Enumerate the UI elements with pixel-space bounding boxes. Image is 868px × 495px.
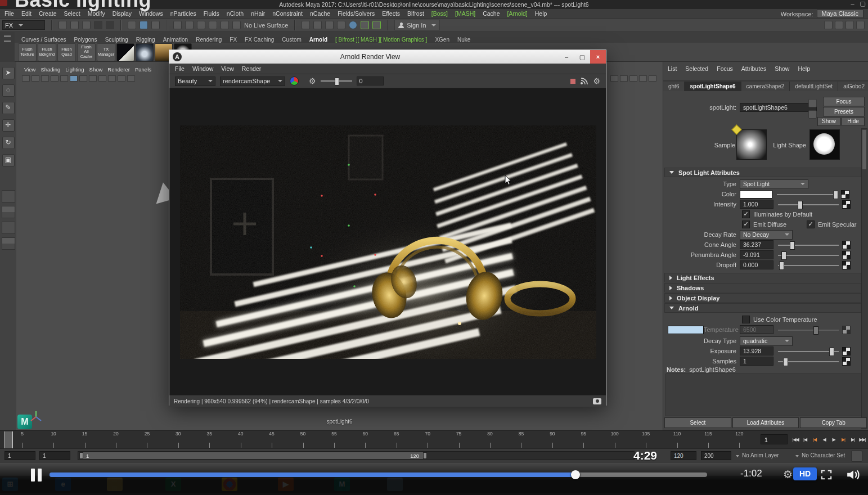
spot-light-attributes-section[interactable]: Spot Light Attributes (664, 168, 861, 177)
exposure-field[interactable]: 13.928 (740, 346, 773, 356)
persp-outliner-layout-icon[interactable] (2, 222, 15, 234)
ae-menu-item[interactable]: Focus (717, 65, 733, 72)
playback-button[interactable]: ▶ (829, 433, 838, 446)
shelf-tab[interactable]: Curves / Surfaces (21, 37, 66, 43)
menu-set-dropdown[interactable]: FX (2, 20, 45, 30)
shelf-tab[interactable]: Sculpting (105, 37, 128, 43)
decay-rate-dropdown[interactable]: No Decay (740, 230, 793, 240)
toggle-attribute-editor-icon[interactable] (824, 21, 833, 29)
range-groove[interactable]: 1 120 (78, 451, 635, 460)
decay-type-dropdown[interactable]: quadratic (740, 336, 793, 346)
grease-pencil-icon[interactable] (60, 75, 68, 82)
maximize-icon[interactable]: ▢ (860, 0, 866, 7)
auto-keyframe-icon[interactable] (851, 451, 862, 462)
shelf-button[interactable]: Flush Quad (57, 43, 76, 61)
ae-node-tab[interactable]: ght6 (663, 82, 685, 91)
penumbra-map-button[interactable] (842, 251, 851, 259)
pause-button[interactable] (29, 469, 44, 482)
shadows-section[interactable]: Shadows (664, 283, 861, 292)
video-settings-gear-icon[interactable]: ⚙ (783, 468, 793, 481)
presets-button[interactable]: Presets (823, 107, 865, 116)
emit-diffuse-checkbox[interactable]: ✓ (742, 220, 750, 228)
ae-menu-item[interactable]: Selected (685, 65, 708, 72)
safe-title-icon[interactable] (127, 75, 135, 82)
render-frame-icon[interactable] (313, 21, 322, 29)
ipr-render-icon[interactable] (325, 21, 334, 29)
gate-mask-icon[interactable] (98, 75, 106, 82)
rotate-tool-icon[interactable]: ↻ (2, 137, 15, 149)
textured-icon[interactable] (629, 75, 637, 82)
menu-item[interactable]: [Boss] (431, 10, 448, 17)
construction-history-icon[interactable] (302, 21, 310, 29)
wireframe-icon[interactable] (610, 75, 618, 82)
shelf-tab[interactable]: FX (230, 37, 237, 43)
scale-tool-icon[interactable]: ▣ (2, 154, 15, 166)
field-chart-icon[interactable] (108, 75, 116, 82)
grid-toggle-icon[interactable] (70, 75, 78, 82)
illuminates-checkbox[interactable]: ✓ (742, 210, 750, 218)
resolution-gate-icon[interactable] (89, 75, 97, 82)
notes-textarea[interactable] (665, 374, 862, 416)
menu-item[interactable]: nParticles (170, 10, 196, 17)
debug-shading-slider[interactable] (321, 78, 352, 84)
ae-node-tab[interactable]: defaultLightSet (790, 82, 838, 91)
exposure-map-button[interactable] (842, 347, 851, 356)
ae-menu-item[interactable]: List (668, 65, 677, 72)
select-object-icon[interactable] (140, 21, 148, 29)
snap-curve-icon[interactable] (185, 21, 194, 29)
arv-menu-item[interactable]: Window (192, 65, 213, 72)
intensity-field[interactable]: 1.000 (740, 200, 773, 209)
arv-close-icon[interactable]: × (590, 50, 606, 64)
ae-menu-item[interactable]: Attributes (741, 65, 766, 72)
menu-item[interactable]: [MASH] (455, 10, 475, 17)
arnold-render-icon[interactable] (361, 21, 369, 29)
shelf-button[interactable]: Flush Texture (18, 43, 37, 61)
snap-projected-center-icon[interactable] (209, 21, 217, 29)
playback-button[interactable]: ◀ (820, 433, 829, 446)
video-progress-handle[interactable] (571, 470, 580, 479)
animation-end-field[interactable]: 200 (701, 451, 731, 460)
shelf-skydome-light-icon[interactable] (136, 43, 154, 61)
dropoff-field[interactable]: 0.000 (740, 260, 773, 269)
hide-button[interactable]: Hide (842, 117, 865, 126)
menu-item[interactable]: nCloth (227, 10, 244, 17)
ae-node-tab[interactable]: cameraShape2 (741, 82, 790, 91)
shelf-button[interactable]: Flush All Cache (77, 43, 96, 61)
shelf-tab[interactable]: Nuke (457, 37, 470, 43)
panel-menu-item[interactable]: Shading (41, 66, 60, 73)
shelf-tab[interactable]: Animation (163, 37, 188, 43)
shadows-icon[interactable] (649, 75, 656, 82)
ae-menu-item[interactable]: Show (775, 65, 789, 72)
panel-menu-item[interactable]: Panels (135, 66, 151, 73)
arnold-ipr-icon[interactable] (372, 21, 381, 29)
playback-button[interactable]: ▶| (848, 433, 857, 446)
shelf-tab[interactable]: Arnold (309, 37, 327, 43)
snap-view-plane-icon[interactable] (221, 21, 229, 29)
shelf-directional-light-icon[interactable] (116, 43, 134, 61)
anim-layer-dropdown[interactable]: No Anim Layer (736, 452, 779, 458)
menu-item[interactable]: [Arnold] (507, 10, 528, 17)
light-effects-section[interactable]: Light Effects (664, 273, 861, 282)
intensity-map-button[interactable] (842, 200, 851, 209)
arnold-section[interactable]: Arnold (664, 303, 861, 313)
playback-button[interactable]: |◀ (810, 433, 819, 446)
emit-specular-checkbox[interactable]: ✓ (807, 220, 815, 228)
playback-range-bar[interactable]: 1 120 (79, 452, 427, 459)
arv-menu-item[interactable]: Render (242, 65, 261, 72)
render-settings-icon[interactable] (337, 21, 345, 29)
menu-item[interactable]: Bifrost (407, 10, 424, 17)
hypershade-layout-icon[interactable] (2, 237, 15, 250)
bookmark-icon[interactable] (32, 75, 39, 82)
move-tool-icon[interactable]: ✛ (2, 119, 15, 132)
shelf-tab[interactable]: [ Bifrost ][ MASH ][ Motion Graphics ] (335, 37, 427, 43)
samples-slider[interactable] (778, 358, 839, 365)
animation-start-field[interactable]: 1 (5, 451, 35, 460)
playback-button[interactable]: ▶▶| (858, 433, 867, 446)
film-gate-icon[interactable] (79, 75, 87, 82)
arv-menu-item[interactable]: File (175, 65, 185, 72)
toggle-channel-box-icon[interactable] (845, 21, 854, 29)
object-display-section[interactable]: Object Display (664, 293, 861, 303)
paint-select-tool-icon[interactable]: ✎ (2, 102, 15, 114)
menu-item[interactable]: File (5, 10, 14, 17)
snapshot-gear-icon[interactable]: ⚙ (309, 76, 316, 86)
